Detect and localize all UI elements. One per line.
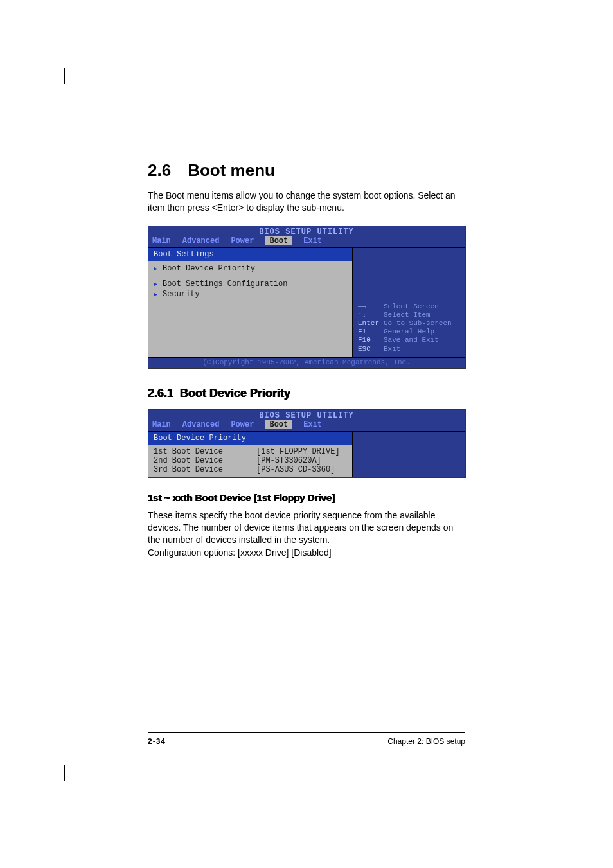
- crop-mark: [49, 68, 65, 84]
- bios-pane-header: Boot Device Priority: [148, 432, 352, 445]
- triangle-right-icon: ▶: [154, 265, 157, 272]
- section-title: Boot menu: [188, 161, 275, 180]
- bios-tabs: Main Advanced Power Boot Exit: [148, 420, 465, 431]
- bios-help-legend: ←→Select Screen ↑↓Select Item EnterGo to…: [358, 303, 452, 353]
- crop-mark: [529, 765, 545, 781]
- bios-menu-item: ▶ Security: [154, 289, 347, 299]
- bios-screenshot-1: BIOS SETUP UTILITY Main Advanced Power B…: [148, 226, 466, 369]
- page: 2.6Boot menu The Boot menu items allow y…: [0, 0, 613, 868]
- tab-boot: Boot: [265, 420, 292, 429]
- row-value: [PM-ST330620A]: [256, 456, 321, 465]
- bios-left-pane: Boot Settings ▶ Boot Device Priority ▶ B…: [148, 248, 352, 357]
- tab-main: Main: [152, 236, 171, 245]
- tab-main: Main: [152, 420, 171, 429]
- chapter-label: Chapter 2: BIOS setup: [387, 737, 465, 746]
- boot-device-row: 1st Boot Device[1st FLOPPY DRIVE]: [154, 447, 347, 456]
- help-text: Exit: [384, 345, 400, 353]
- tab-exit: Exit: [303, 420, 322, 429]
- bios-pane-header: Boot Settings: [148, 248, 352, 261]
- help-text: Go to Sub-screen: [384, 319, 452, 328]
- tab-advanced: Advanced: [182, 236, 220, 245]
- help-row: ↑↓Select Item: [358, 311, 452, 319]
- help-row: ESCExit: [358, 345, 452, 353]
- subsection-heading: 2.6.1 Boot Device Priority: [148, 387, 465, 400]
- bios-body: Boot Settings ▶ Boot Device Priority ▶ B…: [148, 247, 465, 357]
- row-key: 1st Boot Device: [154, 447, 256, 456]
- bios-items: ▶ Boot Device Priority ▶ Boot Settings C…: [148, 261, 352, 302]
- option-paragraph-2: Configuration options: [xxxxx Drive] [Di…: [148, 547, 465, 559]
- help-row: F10Save and Exit: [358, 336, 452, 344]
- help-key: ESC: [358, 345, 380, 353]
- bios-right-pane: [352, 432, 465, 477]
- bios-tabs: Main Advanced Power Boot Exit: [148, 236, 465, 247]
- help-row: F1General Help: [358, 328, 452, 336]
- help-text: Select Item: [384, 311, 431, 319]
- bios-title: BIOS SETUP UTILITY: [148, 226, 465, 236]
- page-number: 2-34: [148, 737, 166, 746]
- boot-device-row: 3rd Boot Device[PS-ASUS CD-S360]: [154, 465, 347, 474]
- triangle-right-icon: ▶: [154, 290, 157, 298]
- bios-copyright: (C)Copyright 1985-2002, American Megatre…: [148, 357, 465, 368]
- subsection-title: Boot Device Priority: [180, 387, 290, 400]
- row-key: 3rd Boot Device: [154, 465, 256, 474]
- tab-power: Power: [231, 236, 254, 245]
- help-text: Select Screen: [384, 303, 439, 311]
- bios-title: BIOS SETUP UTILITY: [148, 410, 465, 420]
- help-key: Enter: [358, 319, 380, 328]
- help-text: Save and Exit: [384, 336, 439, 344]
- bios-item-label: Security: [163, 290, 200, 299]
- crop-mark: [49, 765, 65, 781]
- row-value: [1st FLOPPY DRIVE]: [256, 447, 340, 456]
- subsection-number: 2.6.1: [148, 387, 173, 400]
- bios-body: Boot Device Priority 1st Boot Device[1st…: [148, 431, 465, 477]
- boot-device-row: 2nd Boot Device[PM-ST330620A]: [154, 456, 347, 465]
- tab-advanced: Advanced: [182, 420, 220, 429]
- bios-item-label: Boot Device Priority: [163, 264, 255, 273]
- bios-menu-item: ▶ Boot Settings Configuration: [154, 279, 347, 289]
- help-text: General Help: [384, 328, 434, 336]
- tab-exit: Exit: [303, 236, 322, 245]
- help-key: ↑↓: [358, 311, 380, 319]
- section-heading: 2.6Boot menu: [148, 161, 465, 181]
- row-value: [PS-ASUS CD-S360]: [256, 465, 335, 474]
- bios-left-pane: Boot Device Priority 1st Boot Device[1st…: [148, 432, 352, 477]
- help-row: EnterGo to Sub-screen: [358, 319, 452, 328]
- intro-paragraph: The Boot menu items allow you to change …: [148, 190, 465, 214]
- section-number: 2.6: [148, 161, 171, 180]
- page-footer: 2-34 Chapter 2: BIOS setup: [148, 732, 465, 746]
- tab-boot: Boot: [265, 236, 292, 245]
- option-heading: 1st ~ xxth Boot Device [1st Floppy Drive…: [148, 492, 465, 503]
- tab-power: Power: [231, 420, 254, 429]
- bios-menu-item: ▶ Boot Device Priority: [154, 263, 347, 274]
- content-area: 2.6Boot menu The Boot menu items allow y…: [148, 161, 465, 571]
- row-key: 2nd Boot Device: [154, 456, 256, 465]
- help-row: ←→Select Screen: [358, 303, 452, 311]
- bios-item-label: Boot Settings Configuration: [163, 279, 287, 288]
- help-key: ←→: [358, 303, 380, 311]
- bios-screenshot-2: BIOS SETUP UTILITY Main Advanced Power B…: [148, 409, 466, 478]
- triangle-right-icon: ▶: [154, 280, 157, 288]
- bios-rows: 1st Boot Device[1st FLOPPY DRIVE] 2nd Bo…: [148, 445, 352, 477]
- bios-right-pane: ←→Select Screen ↑↓Select Item EnterGo to…: [352, 248, 465, 357]
- help-key: F10: [358, 336, 380, 344]
- help-key: F1: [358, 328, 380, 336]
- crop-mark: [529, 68, 545, 84]
- option-paragraph-1: These items specify the boot device prio…: [148, 509, 465, 546]
